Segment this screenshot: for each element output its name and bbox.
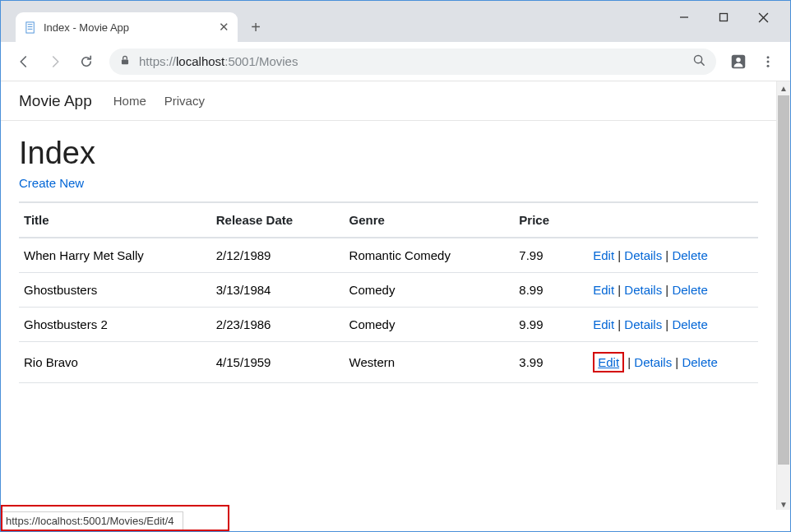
maximize-icon[interactable]: [716, 10, 731, 25]
tab-close-icon[interactable]: ✕: [219, 20, 229, 35]
reload-button[interactable]: [73, 49, 99, 75]
nav-link-home[interactable]: Home: [113, 94, 146, 108]
address-bar[interactable]: https://localhost:5001/Movies: [109, 49, 716, 75]
browser-toolbar: https://localhost:5001/Movies: [1, 42, 790, 81]
movies-table: Title Release Date Genre Price When Harr…: [19, 201, 758, 383]
edit-link[interactable]: Edit: [593, 352, 624, 372]
th-actions: [588, 202, 758, 238]
td-date: 2/23/1986: [211, 308, 345, 342]
hover-url: https://localhost:5001/Movies/Edit/4: [1, 511, 183, 531]
separator: |: [662, 283, 672, 297]
delete-link[interactable]: Delete: [672, 283, 707, 297]
td-actions: Edit | Details | Delete: [588, 273, 758, 308]
svg-point-14: [767, 60, 770, 62]
table-row: Ghostbusters3/13/1984Comedy8.99Edit | De…: [19, 273, 758, 308]
separator: |: [614, 283, 624, 297]
td-genre: Romantic Comedy: [345, 238, 515, 273]
td-title: Ghostbusters: [19, 273, 211, 308]
table-row: Ghostbusters 22/23/1986Comedy9.99Edit | …: [19, 308, 758, 342]
th-genre: Genre: [345, 202, 515, 238]
scroll-up-icon[interactable]: ▲: [777, 81, 790, 95]
th-title: Title: [19, 202, 211, 238]
td-genre: Comedy: [345, 308, 515, 342]
separator: |: [614, 248, 624, 262]
back-button[interactable]: [11, 49, 37, 75]
edit-link[interactable]: Edit: [593, 248, 614, 262]
edit-link[interactable]: Edit: [593, 283, 614, 297]
separator: |: [672, 355, 682, 369]
separator: |: [662, 317, 672, 331]
td-title: Rio Bravo: [19, 342, 211, 383]
create-new-link[interactable]: Create New: [19, 176, 84, 190]
favicon-icon: [24, 21, 37, 34]
scrollbar[interactable]: ▲ ▼: [776, 81, 790, 511]
svg-rect-8: [122, 59, 128, 64]
svg-rect-1: [720, 14, 728, 21]
td-date: 4/15/1959: [211, 342, 345, 383]
td-price: 3.99: [514, 342, 588, 383]
url-text: https://localhost:5001/Movies: [139, 54, 684, 68]
td-price: 9.99: [514, 308, 588, 342]
account-icon[interactable]: [726, 49, 751, 74]
menu-icon[interactable]: [756, 49, 780, 74]
svg-point-15: [767, 64, 770, 67]
details-link[interactable]: Details: [624, 317, 662, 331]
td-actions: Edit | Details | Delete: [588, 238, 758, 273]
app-navbar: Movie App Home Privacy: [1, 81, 776, 121]
td-actions: Edit | Details | Delete: [588, 342, 758, 383]
details-link[interactable]: Details: [634, 355, 672, 369]
td-price: 7.99: [514, 238, 588, 273]
details-link[interactable]: Details: [624, 283, 662, 297]
forward-button[interactable]: [42, 49, 68, 75]
svg-point-12: [736, 57, 741, 62]
svg-line-10: [701, 62, 705, 65]
nav-link-privacy[interactable]: Privacy: [164, 94, 205, 108]
svg-point-13: [767, 56, 770, 58]
edit-link[interactable]: Edit: [593, 317, 614, 331]
td-title: Ghostbusters 2: [19, 308, 211, 342]
delete-link[interactable]: Delete: [672, 248, 707, 262]
minimize-icon[interactable]: [677, 10, 692, 25]
delete-link[interactable]: Delete: [672, 317, 707, 331]
brand[interactable]: Movie App: [19, 92, 92, 110]
separator: |: [614, 317, 624, 331]
page-title: Index: [19, 136, 758, 171]
new-tab-button[interactable]: +: [244, 16, 267, 39]
tab-strip: Index - Movie App ✕ +: [1, 1, 790, 42]
table-row: When Harry Met Sally2/12/1989Romantic Co…: [19, 238, 758, 273]
td-genre: Comedy: [345, 273, 515, 308]
td-genre: Western: [345, 342, 515, 383]
td-actions: Edit | Details | Delete: [588, 308, 758, 342]
th-price: Price: [514, 202, 588, 238]
status-bar: https://localhost:5001/Movies/Edit/4: [1, 510, 790, 531]
td-price: 8.99: [514, 273, 588, 308]
scrollbar-thumb[interactable]: [778, 95, 789, 465]
tab-title: Index - Movie App: [44, 21, 212, 34]
table-row: Rio Bravo4/15/1959Western3.99Edit | Deta…: [19, 342, 758, 383]
td-date: 2/12/1989: [211, 238, 345, 273]
delete-link[interactable]: Delete: [682, 355, 717, 369]
lock-icon: [119, 54, 131, 68]
details-link[interactable]: Details: [624, 248, 662, 262]
browser-tab[interactable]: Index - Movie App ✕: [16, 12, 238, 42]
zoom-icon[interactable]: [692, 53, 706, 70]
separator: |: [624, 355, 634, 369]
separator: |: [662, 248, 672, 262]
td-title: When Harry Met Sally: [19, 238, 211, 273]
th-date: Release Date: [211, 202, 345, 238]
close-window-icon[interactable]: [756, 10, 770, 25]
td-date: 3/13/1984: [211, 273, 345, 308]
svg-rect-4: [25, 21, 33, 32]
